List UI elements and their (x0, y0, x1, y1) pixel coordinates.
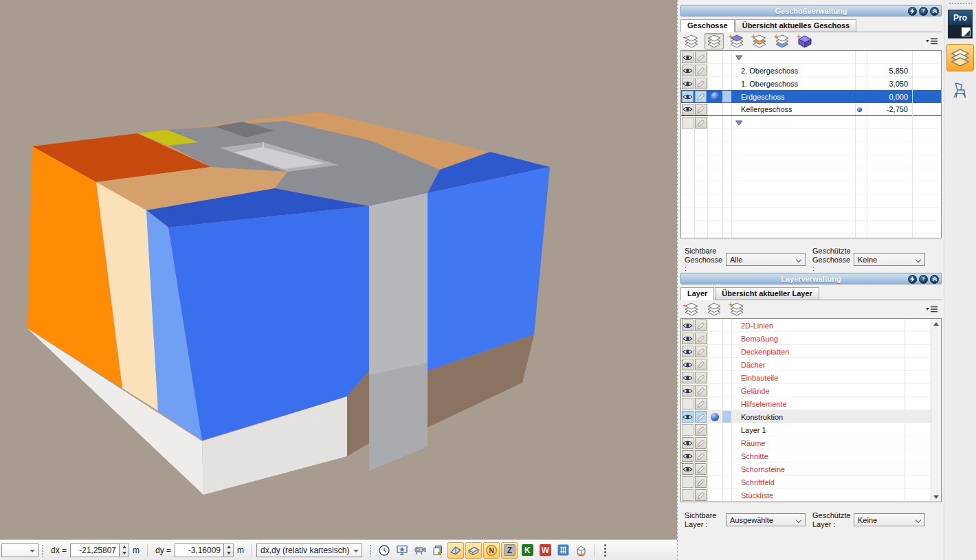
palette-menu-button[interactable] (925, 304, 939, 315)
layer-zuordnen-button[interactable]: → (705, 301, 724, 317)
geschoss-entfernen-button[interactable]: - (682, 33, 701, 49)
visibility-toggle[interactable] (682, 424, 694, 436)
edit-toggle[interactable] (695, 463, 707, 475)
einklappen-button[interactable] (930, 7, 939, 16)
visibility-toggle[interactable] (682, 437, 694, 449)
visibility-toggle[interactable] (682, 489, 694, 501)
palette-menu-button[interactable] (925, 36, 939, 47)
protected-floors-combobox[interactable]: Keine (854, 253, 925, 266)
tab-layer-layer[interactable]: Layer (680, 287, 714, 300)
edit-toggle[interactable] (695, 372, 707, 383)
visibility-toggle[interactable] (682, 450, 694, 462)
hilfe-button[interactable]: ? (919, 275, 928, 284)
slab-visibility-toggle[interactable] (465, 542, 482, 559)
visibility-toggle[interactable] (682, 411, 694, 423)
visibility-toggle[interactable] (682, 117, 694, 128)
geschoss-unten-einfuegen-button[interactable]: + (773, 33, 792, 49)
dy-stepper[interactable] (224, 544, 234, 557)
visible-floors-combobox[interactable]: Alle (726, 253, 806, 266)
floor-group-row[interactable] (681, 51, 941, 64)
toolbar-overflow-button[interactable] (604, 544, 606, 557)
protected-layers-combobox[interactable]: Keine (854, 513, 925, 526)
layer-row[interactable]: Hilfselemente (681, 397, 931, 410)
layer-hinzufuegen-button[interactable]: + (727, 301, 746, 317)
layer-row[interactable]: Gelände (681, 384, 931, 397)
visibility-toggle[interactable] (682, 65, 694, 76)
layer-row[interactable]: Schnitte (681, 449, 931, 462)
dx-stepper[interactable] (120, 544, 129, 557)
visibility-toggle[interactable] (682, 398, 694, 410)
geschoss-zuordnen-button[interactable]: → (705, 33, 724, 49)
edit-toggle[interactable] (695, 65, 707, 76)
toolbar-grip[interactable] (369, 544, 373, 557)
scroll-down-button[interactable] (931, 492, 941, 502)
tab-layer--bersicht-aktueller-layer[interactable]: Übersicht aktueller Layer (715, 287, 819, 300)
favorites-screen-button[interactable] (394, 542, 410, 559)
north-direction-toggle[interactable]: N (483, 542, 500, 559)
visibility-toggle[interactable] (682, 78, 694, 89)
edit-toggle[interactable] (695, 450, 707, 462)
floor-row[interactable]: Erdgeschoss0,000 (681, 90, 941, 103)
edit-toggle[interactable] (695, 476, 707, 488)
edit-toggle[interactable] (695, 424, 707, 436)
visibility-toggle[interactable] (682, 91, 694, 102)
edit-toggle[interactable] (695, 489, 707, 501)
tab-floor-geschosse[interactable]: Geschosse (680, 19, 735, 32)
geschoss-oben-einfuegen-button[interactable]: + (727, 33, 746, 49)
edit-toggle[interactable] (695, 411, 707, 423)
edit-toggle[interactable] (695, 52, 707, 63)
camera-path-button[interactable] (412, 542, 428, 559)
objects-palette-button[interactable] (946, 77, 974, 104)
floor-row[interactable]: 1. Obergeschoss3,050 (681, 77, 941, 90)
visibility-toggle[interactable] (682, 463, 694, 475)
toolbar-grip[interactable] (949, 2, 972, 5)
visibility-toggle[interactable] (682, 372, 694, 383)
visibility-toggle[interactable] (682, 476, 694, 488)
dx-input[interactable]: -21,25807 (70, 544, 120, 557)
visibility-toggle[interactable] (682, 104, 694, 115)
w-function-button[interactable]: W (537, 542, 553, 559)
visibility-toggle[interactable] (682, 346, 694, 357)
visibility-toggle[interactable] (682, 385, 694, 396)
einklappen-button[interactable] (930, 275, 939, 284)
visibility-toggle[interactable] (682, 333, 694, 344)
layer-manager-titlebar[interactable]: Layerverwaltung ? (680, 273, 942, 284)
gebaeude-neu-button[interactable]: + (795, 33, 814, 49)
roof-visibility-toggle[interactable] (447, 542, 464, 559)
edit-toggle[interactable] (695, 333, 707, 344)
z-coordinate-toggle[interactable]: Z (501, 542, 518, 559)
floor-group-row[interactable] (681, 116, 941, 129)
edit-toggle[interactable] (695, 320, 707, 331)
edit-toggle[interactable] (695, 359, 707, 370)
scroll-up-button[interactable] (931, 319, 941, 328)
hilfe-button[interactable]: ? (919, 7, 928, 16)
floor-manager-titlebar[interactable]: Geschoßverwaltung ? (680, 5, 942, 16)
layer-row[interactable]: Layer 1 (681, 423, 931, 436)
visibility-toggle[interactable] (682, 359, 694, 370)
layer-row[interactable]: Schornsteine (681, 462, 931, 475)
floor-row[interactable]: Kellergeschoss-2,750 (681, 103, 941, 116)
reference-scale-button[interactable] (555, 542, 571, 559)
layer-row[interactable]: Räume (681, 436, 931, 449)
visibility-toggle[interactable] (682, 320, 694, 331)
layer-entfernen-button[interactable]: - (682, 301, 701, 317)
copy-documents-button[interactable] (430, 542, 446, 559)
project-view-button[interactable] (573, 542, 589, 559)
edit-toggle[interactable] (695, 117, 707, 128)
blitz-button[interactable] (908, 275, 917, 284)
scale-combobox[interactable] (1, 544, 38, 557)
k-function-button[interactable]: K (519, 542, 535, 559)
tab-floor--bersicht-aktuelles-geschoss[interactable]: Übersicht aktuelles Geschoss (735, 19, 857, 32)
3d-viewport[interactable] (0, 0, 677, 539)
layer-row[interactable]: Stückliste (681, 489, 931, 502)
history-clock-button[interactable] (376, 542, 392, 559)
layer-row[interactable]: Bemaßung (681, 332, 931, 345)
layer-row[interactable]: Dächer (681, 358, 931, 371)
pro-mode-button[interactable]: Pro (948, 10, 973, 38)
edit-toggle[interactable] (695, 437, 707, 449)
floor-row[interactable]: 2. Obergeschoss5,850 (681, 64, 941, 77)
coordinate-mode-combobox[interactable]: dx,dy (relativ kartesisch) (256, 544, 362, 557)
layer-row[interactable]: Schriftfeld (681, 475, 931, 489)
edit-toggle[interactable] (695, 78, 707, 89)
blitz-button[interactable] (908, 7, 917, 16)
